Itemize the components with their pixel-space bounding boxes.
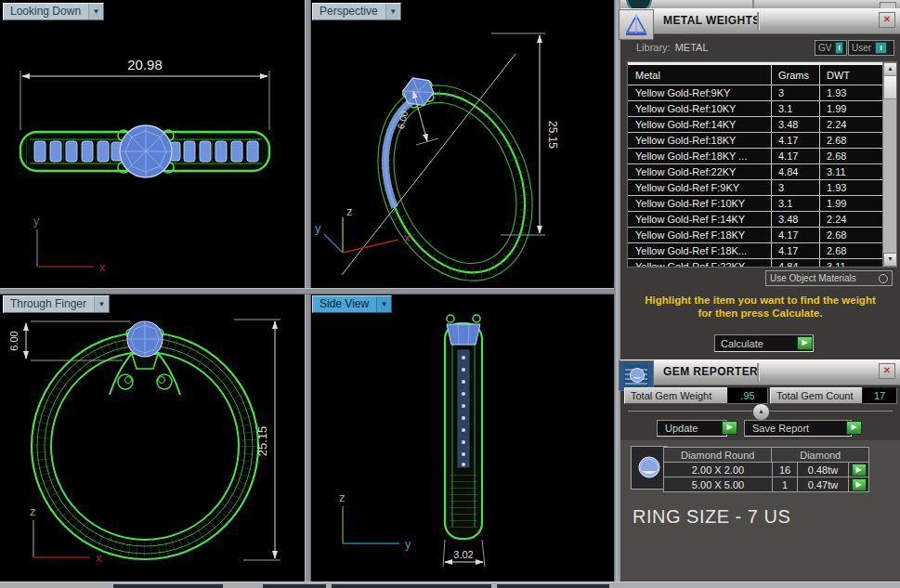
scroll-up-button[interactable]: ▲	[883, 62, 897, 76]
svg-text:3.02: 3.02	[453, 549, 473, 560]
ring-perspective	[346, 51, 560, 288]
svg-text:z: z	[346, 204, 353, 218]
metal-weights-title: METAL WEIGHTS	[663, 14, 761, 27]
total-gem-weight-label: Total Gem Weight	[624, 387, 733, 404]
header-divider	[757, 12, 760, 30]
total-gem-count-value: 17	[862, 387, 897, 404]
viewport-label-side-view[interactable]: Side View ▼	[312, 295, 392, 313]
chevron-down-icon[interactable]: ▼	[88, 4, 103, 20]
viewport-label-perspective[interactable]: Perspective ▼	[312, 3, 401, 20]
viewport-through-finger[interactable]: 6.00 25.15 z x Through Finger ▼	[0, 293, 305, 581]
user-indicator: I	[875, 42, 887, 54]
viewport-divider-horizontal[interactable]	[0, 288, 614, 294]
gem-row-play-icon[interactable]: ▶	[852, 464, 867, 477]
table-row[interactable]: Yellow Gold-Ref F:9KY31.93	[628, 180, 883, 196]
table-row[interactable]: Yellow Gold-Ref:18KY4.172.68	[628, 133, 883, 149]
total-gem-count-label: Total Gem Count	[770, 387, 867, 404]
gv-indicator: I	[835, 42, 843, 54]
panel-splitter[interactable]	[614, 0, 620, 588]
table-row[interactable]: Yellow Gold-Ref:22KY4.843.11	[628, 164, 883, 180]
viewport-label-through-finger[interactable]: Through Finger ▼	[3, 295, 110, 313]
calculate-button[interactable]: Calculate ▶	[714, 334, 814, 352]
chevron-down-icon[interactable]: ▼	[385, 4, 400, 20]
svg-text:x: x	[99, 260, 106, 274]
metal-weights-icon	[619, 9, 654, 40]
table-row[interactable]: Yellow Gold-Ref:9KY31.93	[628, 85, 883, 101]
axis-indicator: z y	[339, 490, 411, 551]
calculate-play-icon[interactable]: ▶	[797, 336, 813, 350]
viewport-label-text: Side View	[313, 296, 376, 312]
library-value: METAL	[675, 42, 709, 53]
viewport-label-text: Looking Down	[4, 4, 88, 20]
gem-reporter-close-button[interactable]: ✕	[879, 363, 895, 379]
header-divider	[752, 0, 754, 8]
table-row[interactable]: Yellow Gold-Ref F:14KY3.482.24	[628, 212, 883, 228]
update-play-icon[interactable]: ▶	[722, 421, 737, 435]
viewport-looking-down[interactable]: 20.98	[0, 0, 305, 288]
viewport-side-view[interactable]: 3.02 z y Side View ▼	[309, 293, 614, 581]
gem-row[interactable]: 2.00 X 2.00 16 0.48tw ▶	[663, 462, 869, 477]
svg-text:25.15: 25.15	[546, 121, 559, 149]
ring-front-view	[32, 321, 258, 559]
table-row[interactable]: Yellow Gold-Ref F:18K...4.172.68	[628, 243, 883, 259]
library-label: Library:METAL	[636, 42, 709, 53]
through-finger-canvas[interactable]: 6.00 25.15 z x	[0, 293, 305, 581]
table-row[interactable]: Yellow Gold-Ref:10KY3.11.99	[628, 101, 883, 117]
metal-weights-table: Metal Grams DWT Yellow Gold-Ref:9KY31.93…	[627, 61, 897, 268]
user-toggle-button[interactable]: User I	[848, 40, 894, 56]
metal-weights-close-button[interactable]: ✕	[879, 12, 895, 28]
table-row[interactable]: Yellow Gold-Ref:18KY ...4.172.68	[628, 149, 883, 164]
gem-row[interactable]: 5.00 X 5.00 1 0.47tw ▶	[663, 477, 869, 492]
viewport-label-text: Perspective	[313, 4, 385, 20]
metal-weights-header: METAL WEIGHTS	[620, 8, 900, 34]
table-row[interactable]: Yellow Gold-Ref F:10KY3.11.99	[628, 196, 883, 212]
table-row[interactable]: Yellow Gold-Ref F:22KY4.843.11	[628, 259, 883, 268]
update-button[interactable]: Update	[657, 420, 727, 437]
ring-top-view	[20, 125, 269, 177]
chevron-down-icon[interactable]: ▼	[376, 296, 391, 312]
svg-text:6.00: 6.00	[8, 331, 20, 350]
side-view-canvas[interactable]: 3.02 z y	[309, 293, 614, 581]
table-row[interactable]: Yellow Gold-Ref:14KY3.482.24	[628, 117, 883, 133]
chevron-down-icon[interactable]: ▼	[94, 296, 109, 312]
svg-text:z: z	[30, 504, 36, 518]
save-report-button[interactable]: Save Report	[744, 420, 852, 437]
gem-reporter-header: GEM REPORTER	[620, 359, 900, 385]
scroll-thumb[interactable]	[883, 75, 897, 99]
svg-text:z: z	[339, 490, 346, 504]
header-divider	[757, 363, 760, 381]
gem-col-shape: Diamond Round	[663, 447, 772, 463]
dimension-outer-diameter: 25.15	[234, 320, 280, 560]
table-row[interactable]: Yellow Gold-Ref F:18KY4.172.68	[628, 228, 883, 243]
dimension-width: 20.98	[20, 57, 269, 130]
use-object-materials-button[interactable]: Use Object Materials	[765, 270, 893, 286]
perspective-canvas[interactable]: 25.15 6.00 z y x	[309, 0, 614, 288]
svg-text:x: x	[404, 230, 411, 244]
col-dwt: DWT	[820, 65, 879, 85]
viewport-perspective[interactable]: 25.15 6.00 z y x Perspective ▼	[309, 0, 614, 288]
col-metal: Metal	[628, 65, 772, 85]
gem-row-play-icon[interactable]: ▶	[852, 478, 867, 491]
total-gem-weight-value: .95	[727, 387, 768, 404]
gv-toggle-button[interactable]: GV I	[815, 40, 847, 56]
calculate-hint-text: Highlight the item you want to find the …	[620, 294, 900, 320]
collapse-button[interactable]: ▲	[752, 403, 770, 421]
ring-size-text: RING SIZE - 7 US	[633, 506, 790, 528]
dimension-shank-width: 3.02	[443, 540, 485, 567]
taskbar-panel-edge	[497, 584, 609, 588]
save-report-play-icon[interactable]: ▶	[846, 421, 862, 435]
svg-text:y: y	[315, 221, 321, 235]
gem-table: Diamond Round Diamond 2.00 X 2.00 16 0.4…	[663, 447, 869, 492]
radio-icon	[879, 274, 888, 283]
axis-indicator: y x	[33, 214, 106, 274]
scroll-down-button[interactable]: ▼	[883, 253, 897, 267]
table-scrollbar[interactable]: ▲ ▼	[882, 62, 896, 267]
taskbar-panel-edge	[263, 584, 326, 588]
application-window: 20.98	[0, 0, 900, 588]
svg-text:y: y	[405, 537, 411, 551]
taskbar-panel-edge	[113, 584, 223, 588]
svg-text:25.15: 25.15	[255, 426, 269, 457]
viewport-label-looking-down[interactable]: Looking Down ▼	[3, 3, 104, 20]
metal-table-header: Metal Grams DWT	[628, 62, 883, 85]
looking-down-canvas[interactable]: 20.98	[0, 0, 305, 288]
